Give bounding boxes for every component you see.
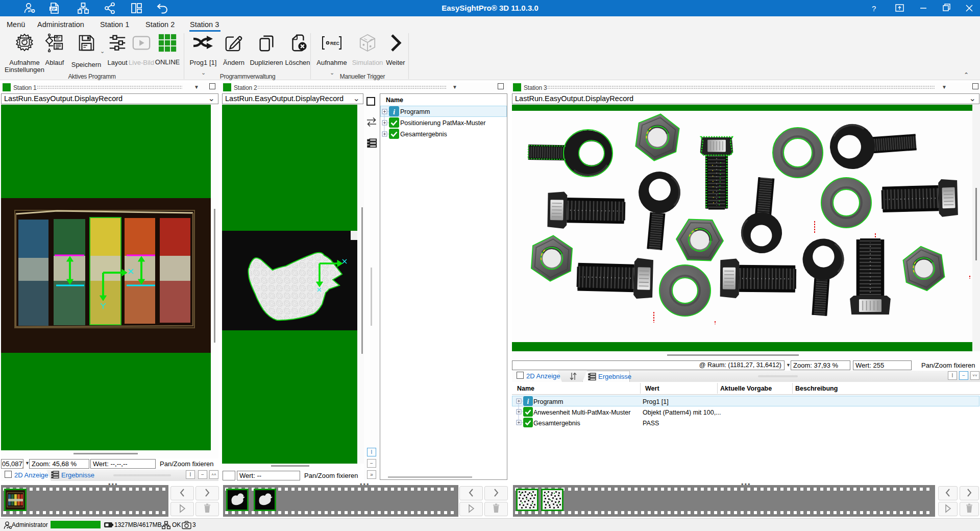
svg-text:?: ?: [872, 4, 876, 13]
svg-text:REC: REC: [330, 41, 339, 46]
svg-text:i: i: [527, 398, 529, 405]
svg-text:ZIP: ZIP: [51, 7, 57, 11]
